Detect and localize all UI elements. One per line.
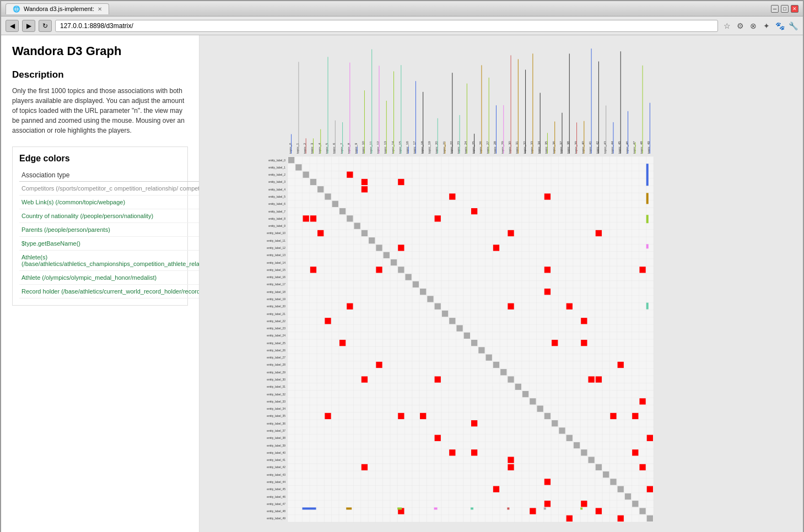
- forward-button[interactable]: ▶: [22, 20, 35, 32]
- assoc-link[interactable]: Competitors (/sports/competitor_c ompeti…: [21, 185, 199, 192]
- tab-close-button[interactable]: ✕: [98, 6, 102, 12]
- description-title: Description: [12, 69, 188, 80]
- browser-tab[interactable]: 🌐 Wandora d3.js-implement: ✕: [6, 3, 109, 14]
- table-row: Athlete (/olympics/olympic_medal_honor/m…: [19, 271, 199, 285]
- assoc-type-cell: Athlete(s) (/base/athletics/athletics_ch…: [19, 251, 199, 271]
- navigation-bar: ◀ ▶ ↻ ☆ ⚙ ⊗ ✦ 🐾 🔧: [1, 17, 803, 35]
- sidebar: Wandora D3 Graph Description Only the fi…: [1, 35, 199, 532]
- description-text: Only the first 1000 topics and those ass…: [12, 86, 188, 135]
- table-row: Country of nationality (/people/person/n…: [19, 209, 199, 223]
- extension-icon1[interactable]: ⊗: [748, 20, 759, 31]
- table-row: Web Link(s) (/common/topic/webpage)DarkG…: [19, 196, 199, 209]
- bookmark-icon[interactable]: ☆: [721, 20, 732, 31]
- assoc-link[interactable]: Record holder (/base/athletics/current_w…: [21, 288, 199, 295]
- nav-icons: ☆ ⚙ ⊗ ✦ 🐾 🔧: [721, 20, 798, 31]
- extension-icon2[interactable]: ✦: [761, 20, 772, 31]
- assoc-link[interactable]: Country of nationality (/people/person/n…: [21, 213, 153, 219]
- extension-icon3[interactable]: 🐾: [774, 20, 785, 31]
- assoc-link[interactable]: Athlete (/olympics/olympic_medal_honor/m…: [21, 274, 157, 281]
- settings-icon[interactable]: ⚙: [735, 20, 746, 31]
- assoc-type-cell: Competitors (/sports/competitor_c ompeti…: [19, 182, 199, 196]
- visualization-area[interactable]: [199, 35, 803, 532]
- assoc-type-cell: Record holder (/base/athletics/current_w…: [19, 285, 199, 298]
- edge-colors-table: Association type color Competitors (/spo…: [19, 169, 199, 298]
- address-bar[interactable]: [55, 20, 718, 32]
- table-row: Parents (/people/person/parents)IndianRe…: [19, 223, 199, 237]
- assoc-link[interactable]: Web Link(s) (/common/topic/webpage): [21, 199, 125, 205]
- table-row: Record holder (/base/athletics/current_w…: [19, 285, 199, 298]
- assoc-type-cell: $type.getBaseName(): [19, 237, 199, 251]
- assoc-type-cell: Athlete (/olympics/olympic_medal_honor/m…: [19, 271, 199, 285]
- back-button[interactable]: ◀: [6, 20, 19, 32]
- edge-colors-panel: Edge colors Association type color Compe…: [12, 146, 188, 306]
- tab-title: Wandora d3.js-implement:: [24, 6, 94, 12]
- extension-icon4[interactable]: 🔧: [787, 20, 798, 31]
- assoc-type-cell: Parents (/people/person/parents): [19, 223, 199, 237]
- table-row: Competitors (/sports/competitor_c ompeti…: [19, 182, 199, 196]
- close-button[interactable]: ✕: [791, 5, 798, 13]
- window-controls: ─ □ ✕: [771, 5, 798, 13]
- col-assoc-type: Association type: [19, 169, 199, 182]
- assoc-type-cell: Country of nationality (/people/person/n…: [19, 209, 199, 223]
- assoc-type-cell: Web Link(s) (/common/topic/webpage): [19, 196, 199, 209]
- title-bar: 🌐 Wandora d3.js-implement: ✕ ─ □ ✕: [1, 1, 803, 17]
- page-content: Wandora D3 Graph Description Only the fi…: [1, 35, 803, 532]
- assoc-link[interactable]: Parents (/people/person/parents): [21, 226, 110, 233]
- table-row: $type.getBaseName()Violet: [19, 237, 199, 251]
- edge-colors-title: Edge colors: [19, 154, 181, 164]
- table-row: Athlete(s) (/base/athletics/athletics_ch…: [19, 251, 199, 271]
- assoc-link[interactable]: Athlete(s) (/base/athletics/athletics_ch…: [21, 254, 199, 267]
- maximize-button[interactable]: □: [781, 5, 789, 13]
- tab-icon: 🌐: [13, 6, 20, 13]
- page-title: Wandora D3 Graph: [12, 44, 188, 58]
- refresh-button[interactable]: ↻: [39, 20, 52, 32]
- matrix-canvas: [199, 35, 803, 532]
- browser-window: 🌐 Wandora d3.js-implement: ✕ ─ □ ✕ ◀ ▶ ↻…: [0, 0, 804, 532]
- minimize-button[interactable]: ─: [771, 5, 779, 13]
- assoc-link[interactable]: $type.getBaseName(): [21, 240, 80, 247]
